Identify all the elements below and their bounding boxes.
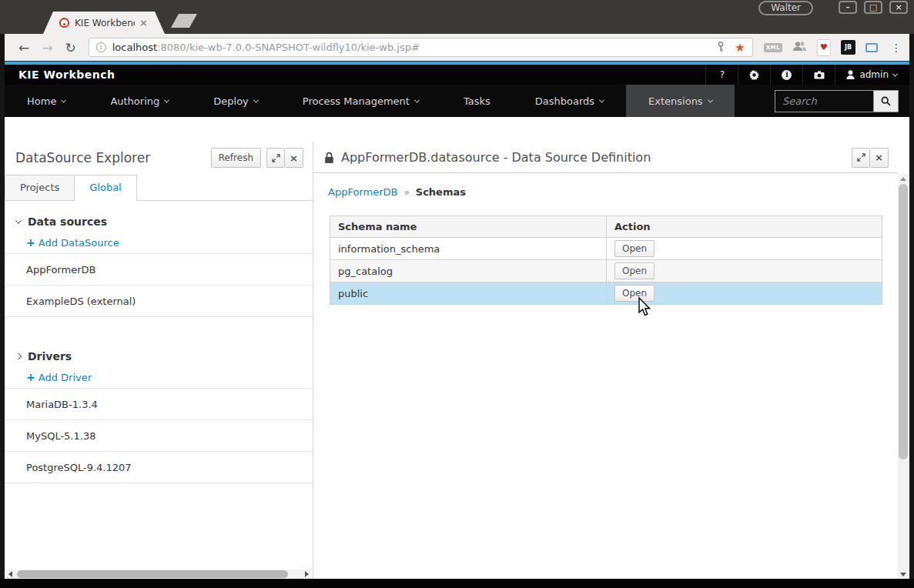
vertical-scrollbar[interactable] — [898, 174, 909, 579]
table-row-selected[interactable]: public Open — [330, 282, 882, 304]
nav-item-dashboards[interactable]: Dashboards — [513, 85, 626, 117]
scroll-left-icon[interactable] — [8, 571, 12, 577]
table-row[interactable]: information_schema Open — [330, 237, 882, 259]
plus-icon: + — [26, 236, 35, 249]
nav-item-home[interactable]: Home — [5, 85, 88, 117]
desktop-user-pill[interactable]: Walter — [758, 1, 813, 15]
window-minimize-button[interactable]: – — [839, 1, 857, 14]
window-border-left — [0, 34, 5, 579]
nav-item-extensions[interactable]: Extensions — [626, 85, 735, 117]
driver-item-postgresql[interactable]: PostgreSQL-9.4.1207 — [5, 452, 313, 483]
column-header-schema-name: Schema name — [330, 216, 607, 237]
expand-panel-button[interactable] — [266, 148, 285, 168]
window-border-bottom — [0, 579, 914, 588]
open-button[interactable]: Open — [614, 240, 655, 257]
tree-spacer — [5, 317, 313, 346]
browser-menu-icon[interactable]: ⋮ — [891, 42, 902, 54]
add-datasource-row[interactable]: + Add DataSource — [5, 232, 313, 254]
url-text[interactable]: localhost:8080/kie-wb-7.0.0-SNAPSHOT-wil… — [112, 42, 713, 53]
user-avatar-icon — [846, 70, 855, 79]
driver-item-mysql[interactable]: MySQL-5.1.38 — [5, 420, 313, 452]
tab-close-icon[interactable]: × — [139, 17, 148, 28]
tab-global[interactable]: Global — [75, 175, 136, 201]
breadcrumb-link-appformerdb[interactable]: AppFormerDB — [328, 186, 397, 198]
scroll-down-icon[interactable] — [898, 570, 909, 579]
kie-favicon-icon — [59, 18, 69, 28]
close-panel-button[interactable]: × — [285, 148, 303, 168]
user-menu[interactable]: admin — [835, 65, 909, 85]
key-icon[interactable] — [716, 40, 725, 55]
tab-projects[interactable]: Projects — [5, 175, 75, 201]
schema-name-cell: information_schema — [330, 238, 607, 259]
jetbrains-extension-icon[interactable]: JB — [841, 40, 855, 55]
schema-name-cell: pg_catalog — [330, 260, 607, 282]
new-tab-button[interactable] — [171, 14, 197, 28]
url-host: localhost — [112, 42, 157, 53]
explorer-tabs: Projects Global — [5, 175, 313, 201]
caret-down-icon — [599, 97, 604, 102]
schemas-table: Schema name Action information_schema Op… — [330, 215, 882, 305]
horizontal-scrollbar[interactable] — [6, 570, 311, 579]
workbench-content: DataSource Explorer Refresh × Projects G… — [5, 117, 909, 579]
caret-down-icon — [708, 97, 713, 102]
datasource-item-appformerdb[interactable]: AppFormerDB — [5, 254, 313, 286]
user-name: admin — [859, 69, 889, 80]
help-icon[interactable]: ? — [705, 65, 738, 85]
horizontal-scrollbar-thumb[interactable] — [17, 570, 288, 578]
datasource-explorer-panel: DataSource Explorer Refresh × Projects G… — [5, 117, 313, 579]
forward-icon[interactable]: → — [42, 40, 52, 55]
add-driver-row[interactable]: + Add Driver — [5, 366, 313, 389]
table-row[interactable]: pg_catalog Open — [330, 259, 882, 282]
search-button[interactable] — [873, 90, 899, 112]
site-info-icon[interactable]: i — [96, 42, 106, 52]
camera-icon[interactable] — [802, 65, 835, 85]
lock-icon — [324, 152, 334, 164]
datasource-item-exampleds[interactable]: ExampleDS (external) — [5, 286, 313, 317]
window-maximize-button[interactable]: □ — [864, 1, 882, 14]
settings-gear-icon[interactable] — [738, 65, 770, 85]
datasources-section-header[interactable]: Data sources — [5, 211, 313, 232]
heart-extension-icon[interactable]: ♥ — [817, 39, 831, 56]
close-icon: × — [875, 152, 883, 162]
bookmark-star-icon[interactable]: ★ — [735, 41, 745, 55]
drivers-section-header[interactable]: Drivers — [5, 346, 313, 366]
url-path: :8080/kie-wb-7.0.0-SNAPSHOT-wildfly10/ki… — [157, 42, 420, 53]
reload-icon[interactable]: ↻ — [65, 40, 76, 55]
screenshot-extension-icon[interactable] — [865, 43, 878, 52]
browser-tab[interactable]: KIE Workbench × — [43, 12, 165, 34]
chevron-down-icon — [15, 217, 22, 223]
scroll-up-icon[interactable] — [898, 174, 909, 183]
info-icon[interactable]: i — [770, 65, 802, 85]
close-editor-button[interactable]: × — [870, 148, 889, 168]
explorer-tree: Data sources + Add DataSource AppFormerD… — [5, 201, 313, 483]
breadcrumb-current: Schemas — [416, 186, 466, 198]
app-brand: KIE Workbench — [18, 68, 116, 81]
url-bar[interactable]: i localhost:8080/kie-wb-7.0.0-SNAPSHOT-w… — [89, 38, 753, 57]
caret-down-icon — [164, 97, 169, 102]
refresh-button[interactable]: Refresh — [211, 148, 261, 168]
add-driver-link[interactable]: Add Driver — [39, 372, 92, 383]
breadcrumb: AppFormerDB » Schemas — [328, 186, 898, 198]
search-input[interactable] — [775, 90, 873, 112]
datasource-definition-panel: AppFormerDB.datasource - Data Source Def… — [313, 117, 898, 579]
nav-item-deploy[interactable]: Deploy — [191, 85, 280, 117]
people-extension-icon[interactable] — [792, 40, 807, 55]
scroll-right-icon[interactable] — [305, 571, 309, 577]
expand-icon — [272, 154, 280, 162]
nav-item-process-management[interactable]: Process Management — [280, 85, 441, 117]
vertical-scrollbar-thumb[interactable] — [899, 184, 908, 459]
nav-item-tasks[interactable]: Tasks — [441, 85, 513, 117]
open-button[interactable]: Open — [614, 262, 655, 279]
window-close-button[interactable]: × — [889, 1, 908, 14]
schema-name-cell: public — [330, 282, 607, 304]
table-header-row: Schema name Action — [330, 216, 882, 237]
add-datasource-link[interactable]: Add DataSource — [39, 237, 119, 249]
explorer-title: DataSource Explorer — [15, 150, 150, 165]
driver-item-mariadb[interactable]: MariaDB-1.3.4 — [5, 389, 313, 420]
expand-editor-button[interactable] — [852, 148, 870, 168]
caret-down-icon — [892, 71, 898, 76]
nav-item-authoring[interactable]: Authoring — [88, 85, 191, 117]
xml-extension-icon[interactable]: XML — [764, 43, 782, 52]
back-icon[interactable]: ← — [18, 40, 29, 55]
plus-icon: + — [26, 371, 35, 383]
